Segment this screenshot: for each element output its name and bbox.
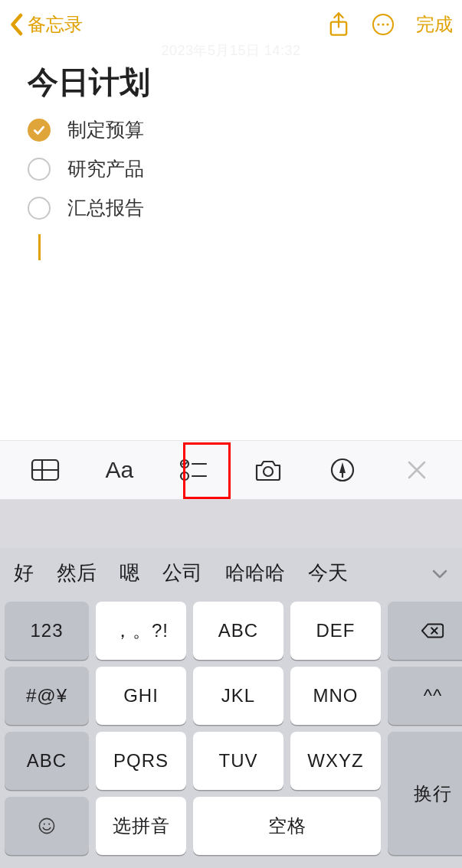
key-symbols[interactable]: #@¥ <box>5 667 89 725</box>
candidate-word[interactable]: 嗯 <box>120 560 139 586</box>
svg-point-4 <box>386 23 388 25</box>
chevron-down-icon <box>431 569 448 579</box>
key-wxyz[interactable]: WXYZ <box>290 732 381 790</box>
candidate-word[interactable]: 公司 <box>162 560 202 586</box>
checklist-item[interactable]: 研究产品 <box>28 156 439 181</box>
note-body[interactable]: 今日计划 制定预算 研究产品 汇总报告 <box>0 49 462 260</box>
checklist-item[interactable]: 制定预算 <box>28 117 439 142</box>
format-toolbar: Aa <box>0 440 462 500</box>
text-caret <box>38 234 41 260</box>
text-format-button[interactable]: Aa <box>99 449 140 491</box>
key-return[interactable]: 换行 <box>388 732 462 855</box>
keyboard-accessory-gap <box>0 500 462 548</box>
more-button[interactable] <box>372 13 395 36</box>
back-button[interactable]: 备忘录 <box>9 12 83 37</box>
candidate-word[interactable]: 然后 <box>57 560 97 586</box>
chevron-left-icon <box>9 13 23 36</box>
checkbox-empty-icon[interactable] <box>28 158 51 181</box>
key-punct[interactable]: ，。?! <box>96 602 186 660</box>
nav-actions: 完成 <box>327 12 453 37</box>
key-backspace[interactable] <box>388 602 462 660</box>
done-button[interactable]: 完成 <box>416 12 453 37</box>
svg-point-21 <box>48 824 50 825</box>
keyboard: 好 然后 嗯 公司 哈哈哈 今天 123 ，。?! ABC DEF #@¥ GH… <box>0 548 462 868</box>
camera-button[interactable] <box>247 449 289 491</box>
expand-candidates-button[interactable] <box>427 561 453 585</box>
share-icon <box>328 11 349 38</box>
checklist-item[interactable]: 汇总报告 <box>28 195 439 220</box>
table-button[interactable] <box>25 449 66 491</box>
checklist-item-text[interactable]: 研究产品 <box>67 156 144 181</box>
checklist-button[interactable] <box>173 449 215 491</box>
key-abc[interactable]: ABC <box>193 602 283 660</box>
key-space[interactable]: 空格 <box>193 797 381 855</box>
checkbox-empty-icon[interactable] <box>28 197 51 220</box>
checkbox-checked-icon[interactable] <box>28 119 51 142</box>
table-icon <box>31 458 60 481</box>
key-pqrs[interactable]: PQRS <box>96 732 186 790</box>
camera-icon <box>254 458 283 481</box>
checklist-item-text[interactable]: 汇总报告 <box>67 195 144 220</box>
key-123[interactable]: 123 <box>5 602 89 660</box>
checklist-icon <box>179 458 208 482</box>
key-return-label: 换行 <box>414 782 452 806</box>
candidate-word[interactable]: 哈哈哈 <box>225 560 285 586</box>
key-shift-abc[interactable]: ABC <box>5 732 89 790</box>
svg-point-8 <box>181 460 188 468</box>
key-mno[interactable]: MNO <box>290 667 381 725</box>
key-face[interactable]: ^^ <box>388 667 462 725</box>
close-toolbar-button[interactable] <box>396 449 437 491</box>
share-button[interactable] <box>327 13 350 36</box>
key-jkl[interactable]: JKL <box>193 667 283 725</box>
key-tuv[interactable]: TUV <box>193 732 283 790</box>
pen-circle-icon <box>330 458 355 482</box>
aa-icon: Aa <box>105 457 133 483</box>
svg-point-10 <box>181 472 188 480</box>
candidate-word[interactable]: 今天 <box>308 560 348 586</box>
svg-point-3 <box>382 23 384 25</box>
svg-point-20 <box>44 824 45 825</box>
svg-point-19 <box>39 818 54 833</box>
ellipsis-circle-icon <box>372 13 395 36</box>
key-grid: 123 ，。?! ABC DEF #@¥ GHI JKL MNO ^^ ABC … <box>0 597 462 863</box>
key-ghi[interactable]: GHI <box>96 667 186 725</box>
backspace-icon <box>421 622 445 640</box>
note-title[interactable]: 今日计划 <box>28 61 439 103</box>
datestamp: 2023年5月15日 14:32 <box>0 41 462 60</box>
key-def[interactable]: DEF <box>290 602 381 660</box>
checklist-item-text[interactable]: 制定预算 <box>67 117 144 142</box>
key-emoji[interactable] <box>5 797 89 855</box>
key-select-pinyin[interactable]: 选拼音 <box>96 797 186 855</box>
candidate-word[interactable]: 好 <box>14 560 34 586</box>
back-label: 备忘录 <box>28 12 83 37</box>
candidate-bar: 好 然后 嗯 公司 哈哈哈 今天 <box>0 548 462 597</box>
markup-button[interactable] <box>322 449 363 491</box>
svg-point-2 <box>377 23 379 25</box>
svg-point-12 <box>264 467 273 476</box>
close-icon <box>407 460 427 480</box>
emoji-icon <box>34 817 59 835</box>
